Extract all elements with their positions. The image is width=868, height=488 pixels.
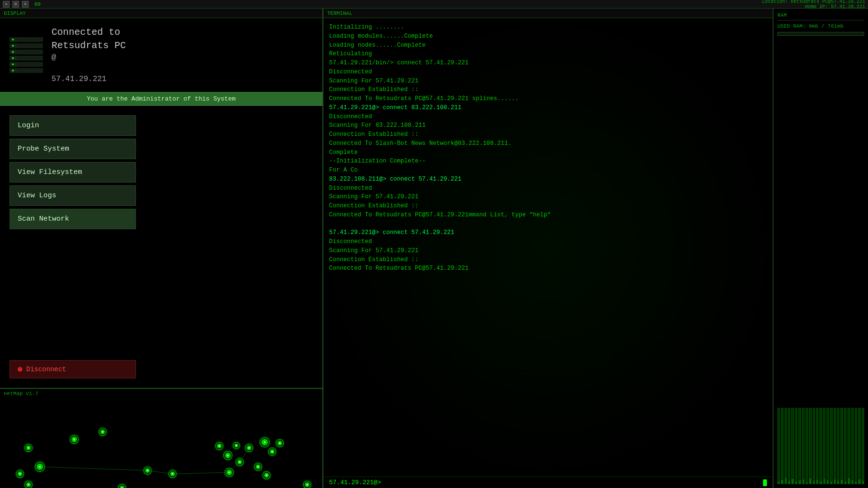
network-node[interactable] [253, 462, 263, 472]
probe-system-button[interactable]: Probe System [10, 139, 136, 159]
server-row [10, 43, 43, 48]
network-node[interactable] [302, 479, 312, 488]
server-row [10, 50, 43, 54]
network-node[interactable] [267, 447, 278, 457]
network-node[interactable] [69, 434, 80, 445]
terminal-input[interactable] [385, 479, 763, 486]
network-node[interactable] [224, 467, 235, 478]
ram-viz-bar-fill [785, 478, 786, 484]
terminal-line: Scanning For 57.41.29.221 [329, 246, 767, 255]
ram-viz-bar-fill [796, 482, 797, 484]
terminal-line: Initializing ........ [329, 23, 767, 32]
svg-point-79 [306, 484, 308, 486]
ram-viz-bar-fill [803, 479, 804, 484]
ram-viz-bar [862, 408, 864, 484]
ram-viz-bar [788, 408, 790, 484]
view-logs-button[interactable]: View Logs [10, 185, 136, 206]
svg-point-7 [73, 438, 75, 440]
login-button[interactable]: Login [10, 115, 136, 136]
window-controls[interactable]: ✕ ⚙ ≡ [3, 1, 29, 8]
svg-point-51 [248, 447, 250, 449]
netmap-container: netMap v1.7 [0, 388, 322, 488]
network-node[interactable] [244, 443, 254, 453]
terminal-line: For A Co [329, 166, 767, 175]
terminal-line: Connected To Retsudrats PC@57.41.29.221m… [329, 211, 767, 220]
network-node[interactable] [222, 450, 234, 461]
admin-bar: You are the Administrator of this System [0, 92, 322, 106]
terminal-line: Connection Established :: [329, 85, 767, 94]
terminal-line: Connection Established :: [329, 130, 767, 139]
network-node[interactable] [142, 465, 153, 476]
settings-icon[interactable]: ⚙ [12, 1, 19, 8]
network-node[interactable] [23, 479, 34, 488]
top-bar: ✕ ⚙ ≡ 60 Location: Retsudrats PC@57.41.2… [0, 0, 868, 9]
location-info: Location: Retsudrats PC@57.41.29.221 Hom… [762, 0, 865, 10]
svg-point-71 [266, 474, 268, 476]
frame-counter: 60 [34, 1, 41, 7]
ram-viz-bar [858, 408, 860, 484]
ram-bar-container [777, 32, 864, 36]
network-node[interactable] [235, 457, 245, 468]
svg-point-11 [102, 431, 103, 433]
ram-viz-bar-fill [816, 480, 818, 484]
svg-point-39 [227, 455, 229, 457]
disconnect-button[interactable]: Disconnect [10, 360, 136, 378]
server-row [10, 68, 43, 73]
svg-point-43 [236, 445, 238, 447]
terminal-input-line[interactable]: 57.41.29.221@> [323, 477, 773, 488]
svg-point-75 [228, 471, 230, 473]
network-node[interactable] [15, 468, 25, 479]
network-node[interactable] [261, 470, 272, 480]
ram-viz-bar [806, 408, 808, 484]
terminal-line: Connected To Retsudrats PC@57.41.29.221 [329, 264, 767, 273]
ram-panel: RAM USED RAM: 0mb / 761mb [773, 9, 868, 488]
network-node[interactable] [167, 468, 178, 479]
scan-network-button[interactable]: Scan Network [10, 209, 136, 229]
ram-viz-bar [816, 408, 818, 484]
ram-viz-bar [840, 408, 843, 484]
terminal-line: Scanning For 57.41.29.221 [329, 77, 767, 86]
svg-point-15 [39, 466, 41, 468]
ram-viz-bar [823, 408, 826, 484]
svg-point-31 [172, 473, 174, 475]
network-node[interactable] [258, 436, 271, 448]
ram-title: RAM [777, 12, 864, 20]
network-node[interactable] [23, 443, 34, 453]
server-row [10, 62, 43, 67]
terminal-line: Scanning For 57.41.29.221 [329, 193, 767, 202]
menu-icon[interactable]: ≡ [22, 1, 29, 8]
ram-viz-bar [834, 408, 836, 484]
close-icon[interactable]: ✕ [3, 1, 10, 8]
network-node[interactable] [34, 461, 46, 473]
svg-point-35 [218, 445, 220, 447]
terminal-header: TERMINAL [323, 9, 773, 18]
terminal-prompt: 57.41.29.221@> [329, 479, 381, 486]
terminal-main: Initializing ........Loading modules....… [323, 18, 773, 477]
location-label: Location: Retsudrats PC@57.41.29.221 [762, 0, 865, 4]
svg-point-27 [146, 469, 148, 471]
ram-viz-bar-fill [834, 479, 836, 484]
connection-text: Connected to Retsudrats PC @ 57.41.29.22… [52, 26, 126, 84]
network-node[interactable] [275, 438, 285, 448]
connected-to-label: Connected to [52, 26, 126, 39]
ram-viz-bar [777, 408, 780, 484]
ram-viz-bar-fill [845, 481, 846, 484]
network-node[interactable] [117, 483, 127, 488]
ram-viz-bar-fill [778, 481, 779, 484]
ram-viz-bar [851, 408, 854, 484]
connection-ip: @ 57.41.29.221 [52, 52, 126, 84]
view-filesystem-button[interactable]: View Filesystem [10, 162, 136, 183]
pc-name-label: Retsudrats PC [52, 39, 126, 52]
ram-viz-bar [795, 408, 797, 484]
ram-viz-bar [813, 408, 815, 484]
ram-viz-bar [802, 408, 805, 484]
ram-viz-bar-fill [792, 479, 793, 484]
network-node[interactable] [214, 441, 225, 451]
left-panel: DISPLAY Connected to Retsudrats PC @ 57.… [0, 9, 323, 488]
ram-viz-bar-fill [820, 481, 821, 484]
network-node[interactable] [232, 441, 241, 450]
terminal-output[interactable]: Initializing ........Loading modules....… [323, 18, 773, 477]
terminal-line: 57.41.29.221/bin/> connect 57.41.29.221 [329, 59, 767, 68]
terminal-line [329, 220, 767, 229]
network-node[interactable] [97, 427, 108, 437]
